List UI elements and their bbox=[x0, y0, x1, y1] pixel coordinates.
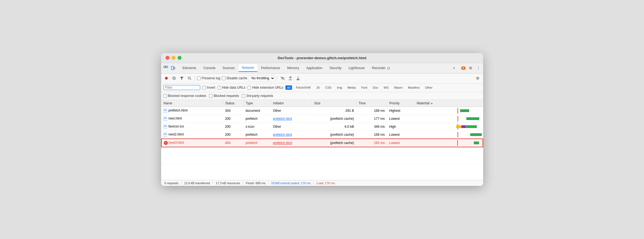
disable-cache-checkbox[interactable] bbox=[222, 77, 225, 80]
filter-pill-img[interactable]: Img bbox=[335, 85, 343, 90]
cell-size: (prefetch cache) bbox=[312, 131, 356, 139]
th-time[interactable]: Time bbox=[356, 100, 387, 107]
throttle-select[interactable]: No throttling Fast 3G Slow 3G bbox=[249, 75, 275, 81]
clear-button[interactable] bbox=[171, 75, 177, 81]
inspect-icon[interactable] bbox=[163, 66, 168, 70]
tab-console[interactable]: Console bbox=[200, 64, 219, 72]
th-name[interactable]: Name bbox=[161, 100, 223, 107]
table-row[interactable]: favicon.ico200x-iconOther6.0 kB346 msHig… bbox=[161, 123, 483, 131]
cell-initiator: Other bbox=[271, 107, 312, 115]
cell-status: 200 bbox=[223, 123, 243, 131]
tab-performance[interactable]: Performance bbox=[258, 64, 284, 72]
cell-name: ✕next3.html bbox=[161, 139, 223, 147]
svg-point-4 bbox=[387, 67, 390, 69]
filter-icon-button[interactable] bbox=[179, 75, 185, 81]
filter-pill-css[interactable]: CSS bbox=[324, 85, 333, 90]
record-button[interactable] bbox=[163, 75, 169, 81]
maximize-button[interactable] bbox=[178, 56, 181, 60]
blocked-cookies-group[interactable]: Blocked response cookies bbox=[163, 94, 206, 98]
th-size[interactable]: Size bbox=[312, 100, 356, 107]
filter-pill-other[interactable]: Other bbox=[423, 85, 434, 90]
th-priority[interactable]: Priority bbox=[387, 100, 414, 107]
more-tabs-button[interactable]: » bbox=[450, 64, 458, 72]
blocked-requests-group[interactable]: Blocked requests bbox=[209, 94, 239, 98]
minimize-button[interactable] bbox=[172, 56, 175, 60]
error-badge: 2 bbox=[461, 66, 466, 70]
tab-elements[interactable]: Elements bbox=[179, 64, 200, 72]
more-options-icon[interactable]: ⋮ bbox=[476, 66, 481, 70]
tab-security[interactable]: Security bbox=[326, 64, 345, 72]
filter-pill-all[interactable]: All bbox=[285, 85, 292, 90]
waterfall-bar bbox=[470, 133, 482, 136]
table-row-empty bbox=[161, 147, 483, 164]
initiator-link[interactable]: prefetch.html bbox=[273, 133, 292, 137]
filter-input[interactable] bbox=[165, 86, 198, 89]
tab-lighthouse[interactable]: Lighthouse bbox=[345, 64, 368, 72]
waterfall-bar bbox=[460, 109, 469, 112]
third-party-group[interactable]: 3rd-party requests bbox=[242, 94, 273, 98]
tab-sources[interactable]: Sources bbox=[219, 64, 238, 72]
cell-name: next2.html bbox=[161, 131, 223, 139]
table-row[interactable]: prefetch.html304documentOther291 B168 ms… bbox=[161, 107, 483, 115]
initiator-link[interactable]: prefetch.html bbox=[273, 141, 292, 145]
load-time: Load: 176 ms bbox=[314, 181, 338, 185]
close-button[interactable] bbox=[166, 56, 169, 60]
waterfall-red-line bbox=[458, 116, 458, 121]
invert-checkbox[interactable] bbox=[202, 86, 206, 89]
tab-memory[interactable]: Memory bbox=[284, 64, 302, 72]
third-party-checkbox[interactable] bbox=[242, 94, 245, 98]
filter-pill-ws[interactable]: WS bbox=[382, 85, 390, 90]
filter-pill-font[interactable]: Font bbox=[360, 85, 369, 90]
th-type[interactable]: Type bbox=[243, 100, 271, 107]
cell-type: x-icon bbox=[243, 123, 271, 131]
status-bar: 5 requests 12.6 kB transferred 17.3 kB r… bbox=[161, 180, 483, 186]
settings-icon[interactable]: ⚙ bbox=[468, 66, 473, 70]
tab-application[interactable]: Application bbox=[303, 64, 326, 72]
preserve-log-label[interactable]: Preserve log bbox=[197, 76, 220, 80]
cell-waterfall bbox=[414, 123, 483, 131]
cell-waterfall bbox=[414, 115, 483, 123]
cell-initiator: Other bbox=[271, 123, 312, 131]
hide-data-urls-checkbox[interactable] bbox=[218, 86, 221, 89]
dom-content-loaded: DOMContentLoaded: 176 ms bbox=[269, 181, 314, 185]
cell-type: document bbox=[243, 107, 271, 115]
tab-recorder[interactable]: Recorder bbox=[368, 64, 393, 72]
blocked-cookies-checkbox[interactable] bbox=[163, 94, 167, 98]
table-header-row: Name Status Type Initiator Size bbox=[161, 100, 483, 107]
download-icon[interactable] bbox=[295, 75, 301, 81]
hide-ext-urls-checkbox[interactable] bbox=[247, 86, 251, 89]
network-settings-icon[interactable]: ⚙ bbox=[475, 75, 481, 81]
wifi-icon[interactable] bbox=[280, 75, 286, 81]
upload-icon[interactable] bbox=[287, 75, 293, 81]
waterfall-bar bbox=[465, 125, 477, 128]
table-row[interactable]: next2.html200prefetchprefetch.html(prefe… bbox=[161, 131, 483, 139]
hide-data-urls-group[interactable]: Hide data URLs bbox=[218, 86, 246, 89]
filter-pill-fetch[interactable]: Fetch/XHR bbox=[294, 85, 312, 90]
cell-waterfall bbox=[414, 107, 483, 115]
finish-time: Finish: 689 ms bbox=[243, 181, 269, 185]
device-icon[interactable] bbox=[170, 66, 175, 70]
filter-pill-doc[interactable]: Doc bbox=[371, 85, 380, 90]
cell-type: prefetch bbox=[243, 139, 271, 147]
table-row[interactable]: ✕next3.html404prefetchprefetch.html(pref… bbox=[161, 139, 483, 147]
filter-pill-manifest[interactable]: Manifest bbox=[406, 85, 421, 90]
hide-ext-urls-group[interactable]: Hide extension URLs bbox=[247, 86, 283, 89]
th-waterfall[interactable]: Waterfall ▲ bbox=[414, 100, 483, 107]
disable-cache-label[interactable]: Disable cache bbox=[222, 76, 247, 80]
filter-pill-js[interactable]: JS bbox=[315, 85, 321, 90]
svg-marker-8 bbox=[180, 77, 183, 80]
filter-pill-wasm[interactable]: Wasm bbox=[392, 85, 404, 90]
table-row[interactable]: next.html200prefetchprefetch.html(prefet… bbox=[161, 115, 483, 123]
th-status[interactable]: Status bbox=[223, 100, 243, 107]
th-initiator[interactable]: Initiator bbox=[271, 100, 312, 107]
svg-rect-3 bbox=[174, 67, 175, 69]
search-button[interactable] bbox=[186, 75, 192, 81]
toolbar-separator-1 bbox=[195, 76, 195, 81]
filter-bar: Invert Hide data URLs Hide extension URL… bbox=[161, 83, 483, 92]
blocked-requests-checkbox[interactable] bbox=[209, 94, 213, 98]
tab-network[interactable]: Network bbox=[239, 64, 257, 72]
filter-pill-media[interactable]: Media bbox=[346, 85, 357, 90]
invert-checkbox-group[interactable]: Invert bbox=[202, 86, 215, 89]
preserve-log-checkbox[interactable] bbox=[197, 77, 201, 80]
initiator-link[interactable]: prefetch.html bbox=[273, 117, 292, 121]
